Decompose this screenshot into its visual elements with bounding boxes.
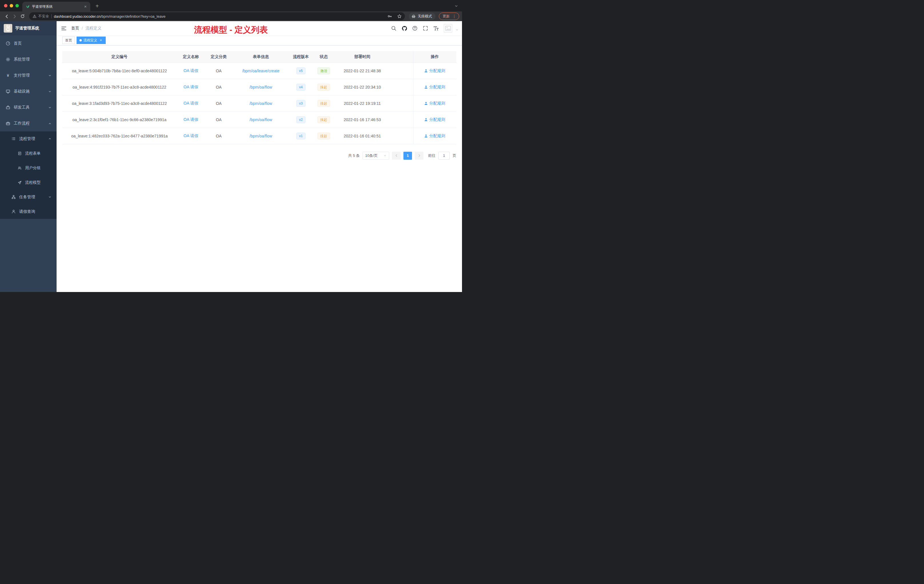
address-bar[interactable]: 不安全 dashboard.yudao.iocoder.cn/bpm/manag… (29, 12, 405, 20)
form-link[interactable]: /bpm/oa/flow (249, 85, 272, 89)
chevron-down-icon (48, 195, 51, 199)
fullscreen-icon[interactable] (422, 25, 428, 31)
avatar[interactable] (444, 24, 452, 33)
assign-rule-link[interactable]: 分配规则 (424, 101, 445, 106)
page-size-select[interactable]: 10条/页 (363, 152, 389, 160)
breadcrumb-home[interactable]: 首页 (71, 26, 79, 31)
github-icon[interactable] (401, 25, 407, 31)
user-icon (424, 118, 428, 121)
sidebar-item-leave-query[interactable]: 请假查询 (0, 204, 56, 219)
version-badge: v2 (296, 116, 306, 123)
cell-deploy-time: 2022-01-22 21:48:38 (335, 63, 389, 79)
cell-deploy-time: 2022-01-16 17:46:53 (335, 111, 389, 128)
sidebar-item-payment[interactable]: ¥ 支付管理 (0, 68, 56, 83)
help-icon[interactable] (412, 25, 418, 31)
browser-menu-icon[interactable]: ⋮ (452, 14, 456, 18)
sidebar-item-process-management[interactable]: 流程管理 (0, 132, 56, 146)
sidebar-item-task-management[interactable]: 任务管理 (0, 190, 56, 204)
sidebar-item-process-model[interactable]: 流程模型 (0, 175, 56, 190)
goto-page-input[interactable] (438, 152, 450, 160)
tab-search-chevron-icon[interactable] (455, 4, 458, 9)
reload-button[interactable] (19, 13, 26, 20)
table-row: oa_leave:5:004b710b-7b8a-11ec-8ef0-acde4… (62, 63, 456, 79)
paper-plane-icon (18, 181, 22, 185)
sidebar-item-home[interactable]: 首页 (0, 35, 56, 51)
assign-rule-link[interactable]: 分配规则 (424, 68, 445, 73)
assign-rule-link[interactable]: 分配规则 (424, 117, 445, 122)
tab-title: 芋道管理系统 (32, 4, 81, 9)
avatar-caret-icon[interactable] (455, 28, 459, 31)
update-chip[interactable]: 更新 ⋮ (439, 13, 459, 20)
bookmark-star-icon[interactable] (396, 13, 403, 20)
site-info-button[interactable]: 不安全 (33, 14, 49, 19)
form-link[interactable]: /bpm/oa/leave/create (242, 69, 280, 73)
sidebar-item-system[interactable]: 系统管理 (0, 51, 56, 68)
definition-name-link[interactable]: OA 请假 (183, 68, 198, 73)
next-page-button[interactable] (415, 152, 423, 160)
incognito-label: 无痕模式 (418, 14, 432, 19)
cell-deploy-time: 2022-01-22 20:34:10 (335, 79, 389, 95)
form-link[interactable]: /bpm/oa/flow (249, 101, 272, 106)
font-size-icon[interactable] (433, 25, 439, 31)
omnibox-divider (51, 14, 52, 18)
form-icon (18, 152, 22, 155)
yen-icon: ¥ (6, 73, 10, 78)
definition-name-link[interactable]: OA 请假 (183, 101, 198, 106)
sidebar-item-workflow[interactable]: 工作流程 (0, 115, 56, 132)
user-icon (424, 102, 428, 105)
window-zoom-button[interactable] (15, 4, 19, 7)
chevron-down-icon (48, 90, 51, 93)
new-tab-button[interactable]: + (94, 3, 101, 10)
cell-definition-id: oa_leave:4:991f2193-7b7f-11ec-a3c8-acde4… (62, 79, 177, 95)
annotation-title: 流程模型 - 定义列表 (194, 25, 268, 35)
incognito-icon (411, 14, 416, 18)
briefcase-icon (6, 121, 10, 126)
tag-close-icon[interactable]: × (99, 38, 103, 42)
users-icon (18, 166, 22, 170)
browser-tabstrip: 芋道管理系统 × + (0, 0, 462, 12)
window-minimize-button[interactable] (10, 4, 13, 7)
back-button[interactable] (3, 13, 10, 20)
assign-rule-link[interactable]: 分配规则 (424, 84, 445, 90)
form-link[interactable]: /bpm/oa/flow (249, 134, 272, 138)
window-close-button[interactable] (4, 4, 7, 7)
cell-definition-id: oa_leave:5:004b710b-7b8a-11ec-8ef0-acde4… (62, 63, 177, 79)
sidebar-item-user-group[interactable]: 用户分组 (0, 160, 56, 175)
definition-name-link[interactable]: OA 请假 (183, 84, 198, 89)
list-icon (12, 137, 16, 141)
cell-category: OA (205, 79, 232, 95)
security-label: 不安全 (38, 14, 49, 19)
user-icon (12, 210, 16, 214)
prev-page-button[interactable] (392, 152, 401, 160)
window-controls (4, 4, 19, 7)
tag-home[interactable]: 首页 (62, 36, 75, 44)
col-deploy-time: 部署时间 (335, 51, 389, 63)
cell-definition-id: oa_leave:2:3c1f0ef1-76b1-11ec-9c66-a2380… (62, 111, 177, 128)
definition-name-link[interactable]: OA 请假 (183, 134, 198, 138)
update-label[interactable]: 更新 (442, 14, 450, 19)
assign-rule-link[interactable]: 分配规则 (424, 134, 445, 139)
sidebar-item-devtools[interactable]: 研发工具 (0, 99, 56, 115)
page-number-current[interactable]: 1 (403, 152, 412, 160)
browser-tab[interactable]: 芋道管理系统 × (22, 2, 90, 12)
tag-process-definition[interactable]: 流程定义 × (77, 36, 106, 44)
hamburger-icon[interactable] (56, 21, 71, 35)
screen: 芋道管理系统 × + 不安全 dashboard.yudao.iocoder.c… (0, 0, 462, 292)
form-link[interactable]: /bpm/oa/flow (249, 117, 272, 122)
sidebar-menu: 首页 系统管理 ¥ 支付管理 基础设施 (0, 35, 56, 219)
password-key-icon[interactable] (386, 13, 393, 20)
sidebar-item-process-form[interactable]: 流程表单 (0, 146, 56, 160)
search-icon[interactable] (391, 25, 396, 31)
tab-close-icon[interactable]: × (83, 4, 88, 9)
forward-button[interactable] (11, 13, 18, 20)
table-row: oa_leave:2:3c1f0ef1-76b1-11ec-9c66-a2380… (62, 111, 456, 128)
chevron-right-icon (417, 154, 421, 157)
sidebar-item-infrastructure[interactable]: 基础设施 (0, 83, 56, 99)
col-operations: 操作 (413, 51, 456, 63)
status-badge: 挂起 (317, 116, 330, 123)
col-filler (389, 51, 413, 63)
active-tag-dot (79, 39, 82, 41)
definition-name-link[interactable]: OA 请假 (183, 117, 198, 122)
table-row: oa_leave:1:482ec033-762a-11ec-8477-a2380… (62, 128, 456, 144)
chevron-down-icon (48, 74, 51, 77)
